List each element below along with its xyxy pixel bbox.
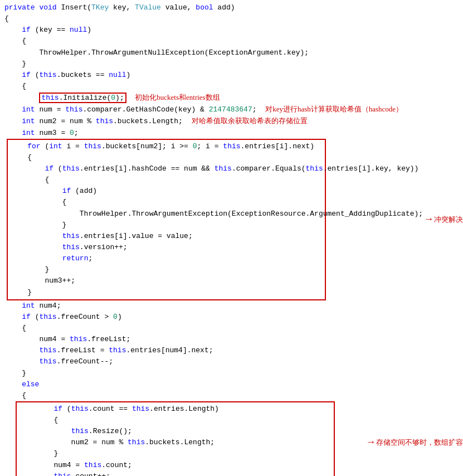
arrow-resize: → — [368, 435, 374, 450]
line-19: ThrowHelper.ThrowArgumentException(Excep… — [10, 208, 323, 220]
line-10: int num = this.comparer.GetHashCode(key)… — [4, 104, 463, 115]
line-21: this.entries[i].value = value; — [10, 231, 323, 242]
line-15: if (this.entries[i].hashCode == num && t… — [10, 163, 323, 174]
code-container: private void Insert(TKey key, TValue val… — [0, 0, 463, 476]
resize-block: if (this.count == this.entries.Length) {… — [4, 401, 463, 476]
line-6: } — [4, 59, 463, 70]
line-41: num4 = this.count; — [19, 460, 332, 471]
line-1: private void Insert(TKey key, TValue val… — [4, 2, 463, 13]
line-14: { — [10, 152, 323, 163]
annotation-hashpos: 对哈希值取余获取哈希表的存储位置 — [192, 116, 308, 125]
annotation-conflict: 冲突解决 — [434, 214, 463, 225]
annotation-conflict-wrapper: → 冲突解决 — [426, 212, 463, 227]
line-24: } — [10, 264, 323, 275]
line-11: int num2 = num % this.buckets.Length; 对哈… — [4, 115, 463, 127]
line-31: this.freeList = this.entries[num4].next; — [4, 345, 463, 356]
annotation-resize-wrapper: → 存储空间不够时，数组扩容 — [368, 435, 463, 450]
line-5: ThrowHelper.ThrowArgumentNullException(E… — [4, 47, 463, 59]
line-2: { — [4, 13, 463, 25]
annotation-hash: 对key进行hash计算获取哈希值（hashcode） — [265, 105, 403, 113]
line-27: int num4; — [4, 300, 463, 312]
line-35: { — [4, 390, 463, 401]
line-30: num4 = this.freeList; — [4, 334, 463, 345]
line-8: { — [4, 81, 463, 92]
conflict-resolution-block: for (int i = this.buckets[num2]; i >= 0;… — [4, 139, 463, 300]
line-22: this.version++; — [10, 242, 323, 253]
line-29: { — [4, 323, 463, 334]
line-9: this.Initialize(0); 初始化buckets和entries数组 — [4, 92, 463, 104]
line-32: this.freeCount--; — [4, 356, 463, 367]
line-40: } — [19, 448, 332, 459]
line-12: int num3 = 0; — [4, 128, 463, 139]
line-3: if (key == null) — [4, 25, 463, 36]
annotation-resize: 存储空间不够时，数组扩容 — [376, 437, 463, 448]
line-4: { — [4, 36, 463, 47]
arrow-conflict: → — [426, 212, 432, 227]
line-26: } — [10, 287, 323, 298]
line-36: if (this.count == this.entries.Length) — [19, 404, 332, 415]
line-37: { — [19, 415, 332, 426]
line-33: } — [4, 368, 463, 379]
line-18: { — [10, 197, 323, 208]
line-38: this.Resize(); — [19, 426, 332, 437]
code-page: private void Insert(TKey key, TValue val… — [0, 0, 463, 476]
line-17: if (add) — [10, 186, 323, 197]
line-28: if (this.freeCount > 0) — [4, 312, 463, 323]
line-42: this.count++; — [19, 471, 332, 476]
line-34: else — [4, 379, 463, 390]
line-16: { — [10, 174, 323, 186]
line-13: for (int i = this.buckets[num2]; i >= 0;… — [10, 141, 323, 152]
line-39: num2 = num % this.buckets.Length; — [19, 437, 332, 448]
line-23: return; — [10, 253, 323, 264]
annotation-init: 初始化buckets和entries数组 — [135, 93, 220, 101]
line-7: if (this.buckets == null) — [4, 70, 463, 81]
line-20: } — [10, 220, 323, 231]
line-25: num3++; — [10, 275, 323, 286]
